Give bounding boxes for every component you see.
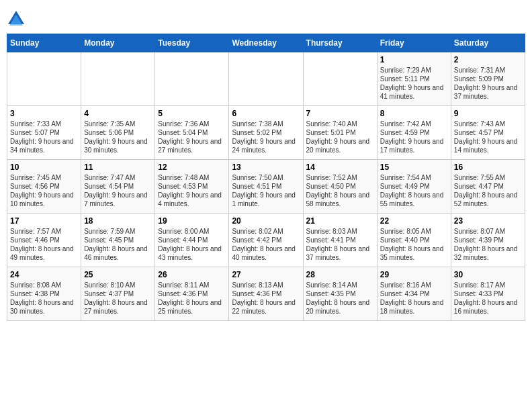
calendar-day-cell: 30Sunrise: 8:17 AM Sunset: 4:33 PM Dayli… [451, 267, 525, 321]
day-info: Sunrise: 8:14 AM Sunset: 4:35 PM Dayligh… [306, 281, 374, 316]
calendar-day-cell: 17Sunrise: 7:57 AM Sunset: 4:46 PM Dayli… [7, 214, 81, 267]
day-of-week-header: Tuesday [155, 34, 229, 52]
logo [7, 9, 28, 28]
logo-icon [7, 9, 26, 28]
calendar-day-cell: 16Sunrise: 7:55 AM Sunset: 4:47 PM Dayli… [451, 160, 525, 214]
day-number: 20 [232, 216, 300, 226]
day-info: Sunrise: 8:00 AM Sunset: 4:44 PM Dayligh… [158, 227, 226, 262]
calendar-day-cell: 14Sunrise: 7:52 AM Sunset: 4:50 PM Dayli… [303, 160, 377, 214]
day-number: 21 [306, 216, 374, 226]
day-number: 2 [454, 55, 522, 64]
calendar-day-cell: 25Sunrise: 8:10 AM Sunset: 4:37 PM Dayli… [81, 267, 155, 321]
calendar-week-row: 17Sunrise: 7:57 AM Sunset: 4:46 PM Dayli… [7, 214, 525, 267]
calendar-day-cell: 4Sunrise: 7:35 AM Sunset: 5:06 PM Daylig… [81, 106, 155, 160]
day-number: 24 [10, 270, 78, 279]
calendar-day-cell: 3Sunrise: 7:33 AM Sunset: 5:07 PM Daylig… [7, 106, 81, 160]
page-header [7, 7, 525, 28]
day-number: 6 [232, 109, 300, 118]
calendar-day-cell: 6Sunrise: 7:38 AM Sunset: 5:02 PM Daylig… [229, 106, 303, 160]
day-info: Sunrise: 7:54 AM Sunset: 4:49 PM Dayligh… [380, 173, 448, 208]
day-number: 12 [158, 163, 226, 172]
day-info: Sunrise: 7:55 AM Sunset: 4:47 PM Dayligh… [454, 173, 522, 208]
day-info: Sunrise: 7:38 AM Sunset: 5:02 PM Dayligh… [232, 120, 300, 154]
day-number: 14 [306, 163, 374, 172]
calendar-day-cell: 1Sunrise: 7:29 AM Sunset: 5:11 PM Daylig… [377, 52, 451, 106]
day-number: 4 [84, 109, 152, 118]
day-of-week-header: Wednesday [229, 34, 303, 52]
calendar-day-cell: 20Sunrise: 8:02 AM Sunset: 4:42 PM Dayli… [229, 214, 303, 267]
day-info: Sunrise: 7:45 AM Sunset: 4:56 PM Dayligh… [10, 173, 78, 208]
day-number: 13 [232, 163, 300, 172]
day-info: Sunrise: 7:29 AM Sunset: 5:11 PM Dayligh… [380, 66, 448, 101]
day-info: Sunrise: 7:36 AM Sunset: 5:04 PM Dayligh… [158, 120, 226, 154]
day-info: Sunrise: 7:40 AM Sunset: 5:01 PM Dayligh… [306, 120, 374, 154]
calendar-day-cell: 5Sunrise: 7:36 AM Sunset: 5:04 PM Daylig… [155, 106, 229, 160]
day-info: Sunrise: 8:08 AM Sunset: 4:38 PM Dayligh… [10, 281, 78, 316]
calendar-week-row: 10Sunrise: 7:45 AM Sunset: 4:56 PM Dayli… [7, 160, 525, 214]
day-info: Sunrise: 7:50 AM Sunset: 4:51 PM Dayligh… [232, 173, 300, 208]
day-number: 17 [10, 216, 78, 226]
day-info: Sunrise: 7:57 AM Sunset: 4:46 PM Dayligh… [10, 227, 78, 262]
calendar-day-cell: 21Sunrise: 8:03 AM Sunset: 4:41 PM Dayli… [303, 214, 377, 267]
calendar-day-cell: 9Sunrise: 7:43 AM Sunset: 4:57 PM Daylig… [451, 106, 525, 160]
day-number: 26 [158, 270, 226, 279]
day-info: Sunrise: 8:11 AM Sunset: 4:36 PM Dayligh… [158, 281, 226, 316]
day-info: Sunrise: 8:10 AM Sunset: 4:37 PM Dayligh… [84, 281, 152, 316]
day-of-week-header: Friday [377, 34, 451, 52]
day-info: Sunrise: 8:07 AM Sunset: 4:39 PM Dayligh… [454, 227, 522, 262]
day-number: 15 [380, 163, 448, 172]
day-of-week-header: Sunday [7, 34, 81, 52]
day-number: 10 [10, 163, 78, 172]
day-number: 3 [10, 109, 78, 118]
day-info: Sunrise: 7:35 AM Sunset: 5:06 PM Dayligh… [84, 120, 152, 154]
day-info: Sunrise: 8:03 AM Sunset: 4:41 PM Dayligh… [306, 227, 374, 262]
calendar-day-cell: 24Sunrise: 8:08 AM Sunset: 4:38 PM Dayli… [7, 267, 81, 321]
day-number: 7 [306, 109, 374, 118]
day-info: Sunrise: 7:33 AM Sunset: 5:07 PM Dayligh… [10, 120, 78, 154]
calendar-day-cell: 2Sunrise: 7:31 AM Sunset: 5:09 PM Daylig… [451, 52, 525, 106]
calendar: SundayMondayTuesdayWednesdayThursdayFrid… [7, 34, 525, 321]
calendar-week-row: 1Sunrise: 7:29 AM Sunset: 5:11 PM Daylig… [7, 52, 525, 106]
calendar-day-cell: 12Sunrise: 7:48 AM Sunset: 4:53 PM Dayli… [155, 160, 229, 214]
day-of-week-header: Saturday [451, 34, 525, 52]
day-number: 25 [84, 270, 152, 279]
calendar-day-cell [155, 52, 229, 106]
day-number: 27 [232, 270, 300, 279]
day-of-week-header: Monday [81, 34, 155, 52]
day-info: Sunrise: 7:43 AM Sunset: 4:57 PM Dayligh… [454, 120, 522, 154]
day-info: Sunrise: 8:17 AM Sunset: 4:33 PM Dayligh… [454, 281, 522, 316]
calendar-day-cell: 11Sunrise: 7:47 AM Sunset: 4:54 PM Dayli… [81, 160, 155, 214]
day-number: 11 [84, 163, 152, 172]
day-number: 1 [380, 55, 448, 64]
day-info: Sunrise: 7:52 AM Sunset: 4:50 PM Dayligh… [306, 173, 374, 208]
day-number: 9 [454, 109, 522, 118]
calendar-day-cell: 22Sunrise: 8:05 AM Sunset: 4:40 PM Dayli… [377, 214, 451, 267]
day-info: Sunrise: 7:59 AM Sunset: 4:45 PM Dayligh… [84, 227, 152, 262]
day-number: 19 [158, 216, 226, 226]
day-number: 29 [380, 270, 448, 279]
calendar-day-cell: 26Sunrise: 8:11 AM Sunset: 4:36 PM Dayli… [155, 267, 229, 321]
day-number: 28 [306, 270, 374, 279]
calendar-day-cell [7, 52, 81, 106]
calendar-header-row: SundayMondayTuesdayWednesdayThursdayFrid… [7, 34, 525, 52]
calendar-day-cell: 13Sunrise: 7:50 AM Sunset: 4:51 PM Dayli… [229, 160, 303, 214]
calendar-day-cell: 15Sunrise: 7:54 AM Sunset: 4:49 PM Dayli… [377, 160, 451, 214]
calendar-day-cell [229, 52, 303, 106]
calendar-day-cell [81, 52, 155, 106]
calendar-day-cell: 23Sunrise: 8:07 AM Sunset: 4:39 PM Dayli… [451, 214, 525, 267]
day-info: Sunrise: 8:16 AM Sunset: 4:34 PM Dayligh… [380, 281, 448, 316]
day-number: 16 [454, 163, 522, 172]
day-info: Sunrise: 8:02 AM Sunset: 4:42 PM Dayligh… [232, 227, 300, 262]
day-info: Sunrise: 7:42 AM Sunset: 4:59 PM Dayligh… [380, 120, 448, 154]
calendar-day-cell: 8Sunrise: 7:42 AM Sunset: 4:59 PM Daylig… [377, 106, 451, 160]
calendar-day-cell [303, 52, 377, 106]
calendar-day-cell: 29Sunrise: 8:16 AM Sunset: 4:34 PM Dayli… [377, 267, 451, 321]
calendar-day-cell: 27Sunrise: 8:13 AM Sunset: 4:36 PM Dayli… [229, 267, 303, 321]
day-info: Sunrise: 7:47 AM Sunset: 4:54 PM Dayligh… [84, 173, 152, 208]
day-info: Sunrise: 8:05 AM Sunset: 4:40 PM Dayligh… [380, 227, 448, 262]
calendar-day-cell: 18Sunrise: 7:59 AM Sunset: 4:45 PM Dayli… [81, 214, 155, 267]
day-number: 30 [454, 270, 522, 279]
calendar-day-cell: 7Sunrise: 7:40 AM Sunset: 5:01 PM Daylig… [303, 106, 377, 160]
day-number: 18 [84, 216, 152, 226]
calendar-week-row: 24Sunrise: 8:08 AM Sunset: 4:38 PM Dayli… [7, 267, 525, 321]
